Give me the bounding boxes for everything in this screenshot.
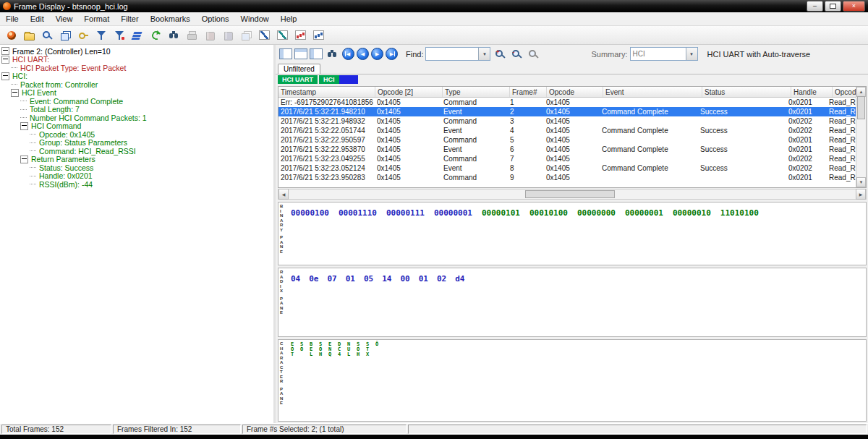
menu-item-filter[interactable]: Filter <box>115 14 144 24</box>
tab-hci[interactable]: HCI <box>319 75 358 84</box>
expander-icon[interactable] <box>20 122 28 130</box>
filter-funnel-icon[interactable] <box>94 28 109 42</box>
tab-hci-uart[interactable]: HCI UART <box>278 75 318 84</box>
filter-funnel-plus-icon[interactable] <box>112 28 127 42</box>
tree-item[interactable]: HCI Packet Type: Event Packet <box>0 64 273 72</box>
summary-combobox[interactable]: HCI ▼ <box>630 47 698 61</box>
minimize-button[interactable]: – <box>807 1 823 12</box>
vertical-scroll-thumb[interactable] <box>857 96 865 119</box>
column-header-handle[interactable]: Handle <box>791 87 833 97</box>
tree-item[interactable]: HCI: <box>0 72 273 81</box>
first-frame-button[interactable]: ◀ <box>342 48 354 60</box>
column-header-frame-[interactable]: Frame# <box>510 87 547 97</box>
tree-item[interactable]: Frame 2: (Controller) Len=10 <box>0 47 273 56</box>
binoculars-icon[interactable] <box>166 28 182 42</box>
table-row[interactable]: Err: -69175290276410818560x1405Command10… <box>278 98 856 107</box>
menu-item-format[interactable]: Format <box>78 14 115 24</box>
table-row[interactable]: 2017/6/21 5:32:21.9489320x1405Command30x… <box>278 116 856 126</box>
menu-item-help[interactable]: Help <box>275 14 303 24</box>
refresh-icon[interactable] <box>148 28 163 42</box>
zoom-reset-icon[interactable] <box>526 47 541 61</box>
binary-pane-label[interactable]: BINARYPANE <box>278 203 288 265</box>
red-bar-chart-icon[interactable] <box>293 28 308 42</box>
zoom-in-icon[interactable]: + <box>493 47 508 61</box>
tree-item[interactable]: Packet from: Controller <box>0 80 273 89</box>
menu-item-bookmarks[interactable]: Bookmarks <box>145 14 196 24</box>
starburst-icon[interactable] <box>4 28 19 42</box>
table-cell: 2017/6/21 5:32:22.953870 <box>278 145 375 153</box>
menu-item-edit[interactable]: Edit <box>25 14 50 24</box>
title-bar[interactable]: Frame Display - btsnoop_hci.log – × <box>0 0 868 12</box>
expander-icon[interactable] <box>11 89 19 97</box>
tree-item[interactable]: HCI UART: <box>0 56 273 64</box>
key-icon[interactable] <box>76 28 91 42</box>
overlapping-windows-icon[interactable] <box>58 28 73 42</box>
summary-dropdown-arrow-icon[interactable]: ▼ <box>686 48 697 60</box>
character-pane-content[interactable]: EOTSOBELSOHENQDC4NULSOHSTXÔ <box>288 340 866 421</box>
table-row[interactable]: 2017/6/21 5:32:22.9505970x1405Command50x… <box>278 135 856 145</box>
open-folder-icon[interactable] <box>22 28 37 42</box>
line-chart-icon[interactable] <box>257 28 272 42</box>
horizontal-scrollbar[interactable]: ◀ ▶ <box>278 189 867 200</box>
tree-item[interactable]: RSSI(dBm): -44 <box>0 180 273 189</box>
binary-pane-content[interactable]: 0000010000001110000001110000000100000101… <box>288 203 866 265</box>
character-pane-label[interactable]: CHARACTERPANE <box>278 340 288 421</box>
menu-item-file[interactable]: File <box>0 14 25 24</box>
tree-item[interactable]: HCI Command <box>0 122 273 131</box>
radix-pane-content[interactable]: 040e07010514000102d4 <box>288 268 866 336</box>
expander-icon[interactable] <box>20 155 28 163</box>
three-pane-icon[interactable] <box>310 48 323 59</box>
table-row[interactable]: 2017/6/21 5:32:21.9482100x1405Event20x14… <box>278 107 856 116</box>
maximize-button[interactable] <box>825 1 841 12</box>
zoom-out-icon[interactable]: - <box>509 47 524 61</box>
radix-pane-label[interactable]: RADIXPANE <box>278 268 288 336</box>
blue-bar-chart-icon[interactable] <box>311 28 326 42</box>
column-header-type[interactable]: Type <box>443 87 510 97</box>
tree-item[interactable]: Event: Command Complete <box>0 97 273 106</box>
tree-item[interactable]: Command: HCI_Read_RSSI <box>0 147 273 155</box>
column-header-timestamp[interactable]: Timestamp <box>278 87 375 97</box>
tree-item[interactable]: Total Length: 7 <box>0 106 273 114</box>
tree-item[interactable]: Status: Success <box>0 163 273 172</box>
two-pane-icon[interactable] <box>294 48 307 59</box>
tree-item[interactable]: Return Parameters <box>0 155 273 164</box>
column-header-opcode[interactable]: Opcode <box>547 87 603 97</box>
last-frame-button[interactable]: ▶ <box>386 48 398 60</box>
scroll-left-icon[interactable]: ◀ <box>278 189 289 200</box>
find-frame-icon[interactable] <box>325 47 340 61</box>
menu-item-view[interactable]: View <box>50 14 79 24</box>
layers-icon[interactable] <box>130 28 145 42</box>
close-button[interactable]: × <box>843 1 865 12</box>
vertical-scrollbar[interactable]: ▲ ▼ <box>856 87 866 187</box>
table-row[interactable]: 2017/6/21 5:32:23.0492550x1405Command70x… <box>278 154 856 163</box>
teal-chart-icon[interactable] <box>275 28 290 42</box>
next-frame-button[interactable]: ▶ <box>371 48 383 60</box>
table-row[interactable]: 2017/6/21 5:32:23.9502830x1405Command90x… <box>278 173 856 182</box>
magnifier-page-icon[interactable] <box>40 28 55 42</box>
tree-item[interactable]: HCI Event <box>0 89 273 98</box>
table-row[interactable]: 2017/6/21 5:32:22.0517440x1405Event40x14… <box>278 126 856 135</box>
tab-unfiltered[interactable]: Unfiltered <box>278 64 320 74</box>
scroll-up-icon[interactable]: ▲ <box>856 87 866 97</box>
previous-frame-button[interactable]: ◀ <box>357 48 369 60</box>
tree-item[interactable]: Number HCI Command Packets: 1 <box>0 114 273 122</box>
table-row[interactable]: 2017/6/21 5:32:22.9538700x1405Event60x14… <box>278 145 856 154</box>
expander-icon[interactable] <box>1 47 9 55</box>
scroll-right-icon[interactable]: ▶ <box>856 189 866 200</box>
column-header-event[interactable]: Event <box>603 87 702 97</box>
table-row[interactable]: 2017/6/21 5:32:23.0521240x1405Event80x14… <box>278 163 856 173</box>
find-combobox[interactable]: ▼ <box>425 47 490 61</box>
scroll-down-icon[interactable]: ▼ <box>856 177 866 187</box>
menu-item-options[interactable]: Options <box>196 14 235 24</box>
menu-item-window[interactable]: Window <box>235 14 275 24</box>
tree-item[interactable]: Group: Status Parameters <box>0 139 273 148</box>
column-header-opcode-2-[interactable]: Opcode [2] <box>375 87 443 97</box>
single-pane-icon[interactable] <box>279 48 292 59</box>
expander-icon[interactable] <box>1 56 9 64</box>
tree-item[interactable]: Opcode: 0x1405 <box>0 130 273 139</box>
tree-item[interactable]: Handle: 0x0201 <box>0 172 273 181</box>
expander-icon[interactable] <box>1 72 9 80</box>
column-header-status[interactable]: Status <box>702 87 791 97</box>
find-dropdown-arrow-icon[interactable]: ▼ <box>478 48 490 60</box>
horizontal-scroll-thumb[interactable] <box>525 190 615 198</box>
